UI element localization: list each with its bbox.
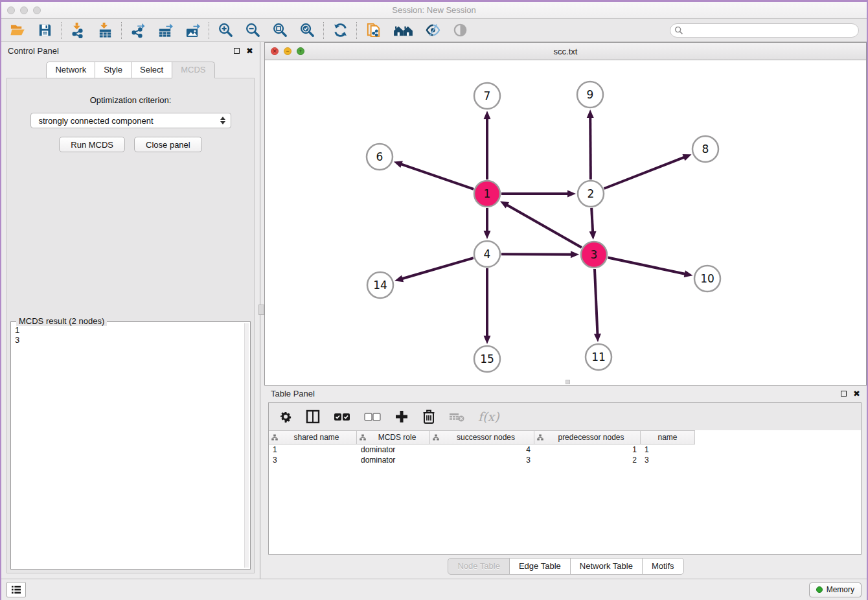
mcds-tab-content: Optimization criterion: strongly connect… [6, 78, 255, 573]
graph-node-label: 10 [700, 272, 714, 285]
splitter-grip[interactable] [258, 305, 264, 315]
function-builder-icon: f(x) [478, 408, 499, 425]
graph-edge-2-8[interactable] [604, 157, 685, 189]
graph-edge-3-11[interactable] [595, 269, 598, 336]
table-cell: 3 [269, 455, 357, 465]
select-all-icon[interactable] [334, 408, 350, 425]
graph-edge-arrowhead [682, 154, 691, 161]
table-panel: Table Panel ✖ [264, 386, 867, 579]
tab-network[interactable]: Network [46, 62, 95, 78]
zoom-out-icon[interactable] [244, 22, 261, 39]
zoom-fit-icon[interactable] [271, 22, 288, 39]
export-table-icon[interactable] [157, 22, 174, 39]
tab-edge-table[interactable]: Edge Table [509, 558, 571, 575]
export-network-icon[interactable] [130, 22, 146, 39]
graph-node-label: 2 [588, 187, 595, 200]
network-from-selection-icon[interactable] [365, 22, 382, 39]
graph-node-label: 4 [484, 248, 491, 260]
column-header-MCDS-role[interactable]: MCDS role [357, 430, 430, 444]
control-panel-tabs: NetworkStyleSelectMCDS [1, 62, 260, 78]
tab-motifs[interactable]: Motifs [642, 558, 684, 575]
graph-edge-1-6[interactable] [400, 164, 474, 189]
table-tabs: Node TableEdge TableNetwork TableMotifs [264, 558, 867, 575]
graph-edge-arrowhead [587, 110, 594, 118]
table-row[interactable]: 3dominator323 [269, 455, 861, 465]
graph-edge-arrowhead [589, 231, 597, 240]
graph-edge-2-9[interactable] [590, 116, 591, 179]
optimization-criterion-select[interactable]: strongly connected component [30, 113, 231, 128]
graph-edge-arrowhead [484, 231, 491, 239]
search-icon [674, 26, 683, 38]
close-table-panel-icon[interactable]: ✖ [853, 389, 860, 398]
main-toolbar [1, 19, 867, 42]
graph-edge-arrowhead [571, 251, 579, 258]
graph-edge-arrowhead [394, 161, 403, 167]
float-table-panel-icon[interactable] [841, 391, 847, 397]
table-cell: 3 [641, 455, 695, 465]
table-cell: 1 [641, 444, 695, 455]
table-cell: 4 [430, 444, 534, 455]
mcds-result-group: MCDS result (2 nodes) 1 3 [10, 321, 251, 570]
zoom-in-icon[interactable] [217, 22, 234, 39]
control-panel: Control Panel ✖ NetworkStyleSelectMCDS O… [1, 42, 260, 579]
table-settings-gear-icon[interactable] [279, 408, 292, 425]
search-input[interactable] [670, 23, 859, 38]
tab-select[interactable]: Select [131, 62, 172, 78]
close-panel-button[interactable]: Close panel [134, 137, 202, 152]
column-header-successor-nodes[interactable]: successor nodes [430, 430, 534, 444]
task-history-button[interactable] [6, 582, 26, 597]
graph-node-label: 15 [480, 352, 494, 365]
import-table-icon[interactable] [97, 22, 113, 39]
memory-label: Memory [827, 585, 854, 594]
export-image-icon[interactable] [184, 22, 201, 39]
mcds-result-text[interactable]: 1 3 [12, 323, 244, 568]
table-cell: dominator [357, 455, 430, 465]
graph-edge-arrowhead [394, 275, 404, 283]
tab-node-table[interactable]: Node Table [448, 558, 510, 575]
result-scrollbar[interactable] [244, 323, 249, 568]
table-row[interactable]: 1dominator411 [269, 444, 861, 455]
import-network-icon[interactable] [69, 22, 86, 39]
column-header-shared-name[interactable]: shared name [269, 430, 357, 444]
refresh-layout-icon[interactable] [332, 22, 348, 39]
network-window-titlebar: ✕ − + scc.txt [265, 43, 866, 60]
graph-edge-arrowhead [594, 334, 601, 342]
tab-network-table[interactable]: Network Table [570, 558, 643, 575]
graph-node-label: 14 [373, 279, 387, 292]
delete-column-icon [449, 408, 464, 425]
table-header-row: shared nameMCDS rolesuccessor nodesprede… [269, 430, 861, 444]
add-row-icon[interactable] [394, 408, 409, 425]
delete-row-trash-icon[interactable] [422, 408, 435, 425]
table-panel-title: Table Panel [271, 389, 315, 398]
column-header-predecessor-nodes[interactable]: predecessor nodes [534, 430, 641, 444]
network-resize-grip[interactable] [565, 380, 570, 384]
window-titlebar: Session: New Session [1, 2, 867, 19]
deselect-all-icon[interactable] [364, 408, 381, 425]
graph-edge-2-3[interactable] [591, 208, 593, 233]
graph-edge-3-1[interactable] [506, 204, 582, 248]
save-session-icon[interactable] [36, 22, 53, 39]
network-canvas[interactable]: 7968124314101511 [265, 60, 866, 385]
column-type-icon [271, 434, 278, 441]
memory-button[interactable]: Memory [809, 583, 862, 597]
float-panel-icon[interactable] [234, 48, 240, 54]
control-panel-title: Control Panel [8, 46, 59, 56]
tab-mcds[interactable]: MCDS [172, 62, 214, 78]
close-panel-icon[interactable]: ✖ [246, 47, 253, 55]
graph-edge-4-14[interactable] [401, 258, 474, 279]
column-header-name[interactable]: name [641, 430, 695, 444]
home-icon[interactable] [392, 22, 414, 39]
column-visibility-icon[interactable] [306, 408, 320, 425]
tab-style[interactable]: Style [95, 62, 131, 78]
status-bar: Memory [1, 579, 867, 600]
window-title: Session: New Session [1, 5, 867, 15]
graph-edge-4-3[interactable] [501, 254, 573, 255]
network-view-window: ✕ − + scc.txt 7968124314101511 [264, 42, 867, 386]
zoom-selected-icon[interactable] [299, 22, 315, 39]
run-mcds-button[interactable]: Run MCDS [59, 137, 125, 152]
open-file-icon[interactable] [9, 22, 26, 39]
optimization-criterion-value: strongly connected component [39, 116, 154, 126]
show-graphics-details-icon[interactable] [424, 22, 441, 39]
graph-edge-3-10[interactable] [608, 258, 687, 275]
graph-edge-arrowhead [684, 270, 693, 277]
